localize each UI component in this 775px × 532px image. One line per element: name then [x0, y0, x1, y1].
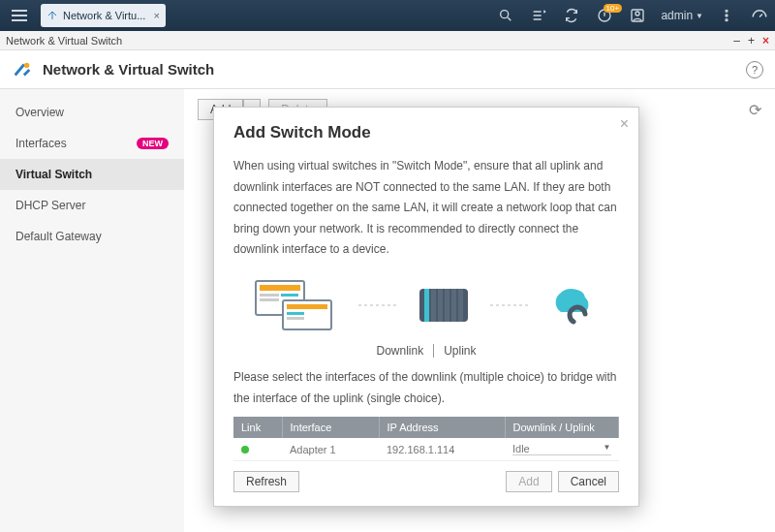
close-window-icon[interactable]: × — [762, 34, 769, 47]
tasks-icon[interactable] — [529, 6, 548, 25]
hamburger-icon[interactable] — [6, 4, 33, 27]
svg-point-7 — [24, 62, 30, 68]
svg-point-0 — [501, 11, 509, 18]
refresh-icon[interactable]: ⟳ — [749, 101, 761, 119]
svg-rect-22 — [445, 289, 450, 322]
user-icon[interactable] — [628, 6, 647, 25]
link-status-icon — [241, 446, 249, 454]
modal-intro: When using virtual switches in "Switch M… — [233, 156, 619, 261]
svg-rect-10 — [260, 294, 279, 297]
col-link: Link — [233, 417, 282, 438]
modal-instruction: Please select the interfaces of the down… — [233, 367, 619, 409]
cell-ip: 192.168.1.114 — [379, 438, 505, 461]
refresh-button[interactable]: Refresh — [233, 471, 299, 492]
search-icon[interactable] — [496, 6, 515, 25]
sidebar-item-virtual-switch[interactable]: Virtual Switch — [0, 159, 184, 190]
svg-point-6 — [726, 19, 728, 21]
new-badge: NEW — [137, 138, 169, 149]
minimize-icon[interactable]: – — [733, 34, 740, 47]
svg-rect-20 — [431, 289, 436, 322]
modal-illustration — [233, 276, 619, 334]
svg-rect-19 — [424, 289, 429, 322]
sidebar-item-dhcp[interactable]: DHCP Server — [0, 190, 184, 221]
cancel-button[interactable]: Cancel — [558, 471, 619, 492]
sidebar-item-gateway[interactable]: Default Gateway — [0, 221, 184, 252]
sidebar: Overview InterfacesNEW Virtual Switch DH… — [0, 89, 184, 532]
app-header: Network & Virtual Switch ? — [0, 50, 775, 89]
col-ip: IP Address — [379, 417, 505, 438]
col-downlink-uplink: Downlink / Uplink — [505, 417, 619, 438]
downlink-uplink-labels: Downlink Uplink — [233, 344, 619, 358]
svg-point-4 — [726, 10, 728, 12]
notification-badge: 10+ — [604, 4, 623, 13]
modal-add-button[interactable]: Add — [506, 471, 551, 492]
svg-rect-14 — [287, 304, 327, 309]
page-title: Network & Virtual Switch — [43, 61, 214, 78]
system-bar: Network & Virtu... × 10+ admin▼ — [0, 0, 775, 31]
notifications-icon[interactable]: 10+ — [595, 6, 614, 25]
sidebar-item-overview[interactable]: Overview — [0, 97, 184, 128]
svg-point-3 — [636, 12, 639, 16]
svg-rect-21 — [438, 289, 443, 322]
username-menu[interactable]: admin▼ — [661, 9, 703, 22]
svg-point-5 — [726, 15, 728, 16]
modal-title: Add Switch Mode — [233, 123, 619, 142]
cell-interface: Adapter 1 — [282, 438, 379, 461]
maximize-icon[interactable]: + — [748, 34, 755, 47]
svg-rect-24 — [458, 289, 463, 322]
svg-rect-15 — [287, 312, 304, 315]
app-logo-icon — [12, 59, 33, 80]
add-switch-modal: × Add Switch Mode When using virtual swi… — [213, 107, 639, 507]
svg-rect-12 — [281, 294, 298, 297]
mode-select[interactable]: Idle — [512, 443, 604, 454]
window-titlebar: Network & Virtual Switch – + × — [0, 31, 775, 50]
sync-icon[interactable] — [562, 6, 581, 25]
sidebar-item-interfaces[interactable]: InterfacesNEW — [0, 128, 184, 159]
svg-rect-11 — [260, 298, 279, 301]
window-title: Network & Virtual Switch — [6, 35, 122, 47]
svg-rect-16 — [287, 317, 304, 320]
svg-rect-9 — [260, 285, 300, 291]
dashboard-icon[interactable] — [750, 6, 769, 25]
more-icon[interactable] — [717, 6, 736, 25]
close-tab-icon[interactable]: × — [153, 10, 159, 21]
chevron-down-icon[interactable]: ▼ — [604, 443, 611, 454]
col-interface: Interface — [282, 417, 379, 438]
table-row[interactable]: Adapter 1 192.168.1.114 Idle▼ — [233, 438, 619, 461]
app-tab-title: Network & Virtu... — [63, 10, 145, 21]
modal-close-icon[interactable]: × — [620, 115, 629, 133]
interface-table: Link Interface IP Address Downlink / Upl… — [233, 417, 619, 461]
help-icon[interactable]: ? — [746, 61, 763, 78]
svg-rect-23 — [451, 289, 456, 322]
app-tab[interactable]: Network & Virtu... × — [41, 4, 166, 27]
